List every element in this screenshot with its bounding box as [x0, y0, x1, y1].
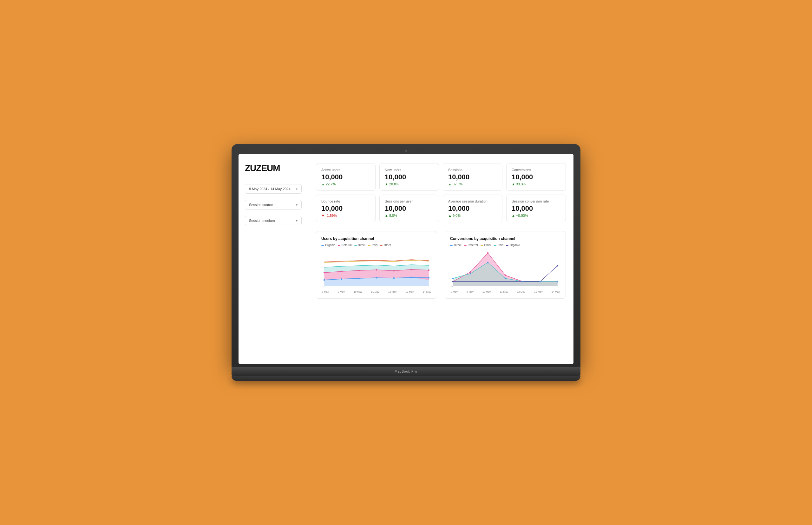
legend-label: Other — [384, 243, 391, 246]
date-range-arrow-icon: ▾ — [296, 187, 298, 191]
metric-value: 10,000 — [385, 205, 434, 213]
logo: ZUZEUM — [245, 163, 302, 173]
svg-point-4 — [393, 270, 395, 272]
sidebar: ZUZEUM 8 May 2024 - 14 May 2024 ▾ Sessio… — [238, 154, 308, 364]
svg-point-23 — [470, 273, 471, 274]
svg-point-2 — [358, 270, 360, 271]
laptop-brand-label: MacBook Pro — [394, 370, 417, 373]
svg-point-22 — [452, 278, 454, 279]
svg-point-28 — [557, 281, 559, 283]
x-axis-label: 8 May — [322, 290, 329, 293]
svg-point-18 — [505, 274, 506, 276]
metric-card: New users 10,000 ▲ 20.8% — [379, 163, 439, 191]
x-axis-label: 13 May — [405, 290, 413, 293]
svg-point-16 — [470, 271, 471, 273]
svg-point-27 — [540, 281, 541, 283]
users-chart-legend: Organic Referral Direct Paid Other — [321, 243, 432, 246]
metric-value: 10,000 — [321, 173, 370, 181]
svg-point-25 — [505, 278, 506, 279]
metric-change: ▲ 8.0% — [385, 214, 434, 217]
metric-title: Average session duration — [448, 199, 497, 203]
legend-label: Paid — [372, 243, 377, 246]
svg-point-13 — [428, 277, 430, 279]
metrics-grid: Active users 10,000 ▲ 22.7% New users 10… — [316, 163, 566, 222]
metric-value: 10,000 — [512, 173, 561, 181]
legend-item: Other — [481, 243, 491, 246]
svg-point-6 — [428, 269, 430, 271]
svg-point-5 — [411, 269, 412, 270]
session-medium-label: Session medium — [249, 219, 275, 223]
metric-card: Bounce rate 10,000 ▼ -1.59% — [316, 195, 376, 222]
metric-value: 10,000 — [448, 205, 497, 213]
metric-change: ▲ +0.00% — [512, 214, 561, 217]
legend-item: Other — [380, 243, 391, 246]
legend-label: Paid — [498, 243, 503, 246]
legend-label: Referral — [468, 243, 478, 246]
legend-item: Direct — [354, 243, 366, 246]
x-axis-label: 12 May — [388, 290, 396, 293]
svg-point-8 — [341, 279, 343, 280]
x-axis-label: 9 May — [338, 290, 345, 293]
metric-change: ▲ 32.5% — [448, 182, 497, 186]
metric-value: 10,000 — [321, 205, 370, 213]
legend-item: Direct — [450, 243, 462, 246]
x-axis-label: 10 May — [354, 290, 362, 293]
svg-point-24 — [487, 262, 489, 264]
metric-card: Average session duration 10,000 ▲ 9.0% — [443, 195, 502, 222]
dashboard: ZUZEUM 8 May 2024 - 14 May 2024 ▾ Sessio… — [238, 154, 574, 364]
laptop-bottom-bar: MacBook Pro — [232, 367, 580, 376]
session-source-filter[interactable]: Session source ▾ — [245, 200, 302, 210]
metric-value: 10,000 — [448, 173, 497, 181]
x-axis-label: 12 May — [517, 290, 525, 293]
svg-point-7 — [324, 279, 325, 281]
svg-point-29 — [452, 281, 454, 283]
legend-label: Organic — [510, 243, 520, 246]
metric-title: Bounce rate — [321, 199, 370, 203]
svg-point-9 — [358, 278, 360, 279]
metric-change: ▲ 33.3% — [512, 182, 561, 186]
svg-point-12 — [411, 277, 412, 279]
conversions-chart-title: Conversions by acquisition channel — [450, 237, 561, 241]
legend-item: Organic — [321, 243, 335, 246]
legend-item: Referral — [464, 243, 478, 246]
session-source-arrow-icon: ▾ — [296, 203, 298, 207]
svg-point-26 — [522, 281, 524, 283]
laptop-base — [232, 376, 580, 381]
metric-title: Sessions per user — [385, 199, 434, 203]
metric-change: ▲ 20.8% — [385, 182, 434, 186]
legend-label: Direct — [358, 243, 366, 246]
users-chart-title: Users by acquisition channel — [321, 237, 432, 241]
svg-text:0: 0 — [323, 285, 324, 288]
metric-card: Sessions 10,000 ▲ 32.5% — [443, 163, 502, 191]
x-axis-label: 10 May — [482, 290, 491, 293]
conversions-chart-legend: Direct Referral Other Paid Organic — [450, 243, 561, 246]
metric-title: Sessions — [448, 168, 497, 172]
legend-label: Organic — [325, 243, 335, 246]
metric-card: Conversions 10,000 ▲ 33.3% — [506, 163, 566, 191]
conversions-chart-x-axis: 8 May9 May10 May11 May12 May13 May14 May — [450, 290, 561, 293]
session-source-label: Session source — [249, 203, 273, 207]
metric-change: ▼ -1.59% — [321, 214, 370, 217]
users-chart-x-axis: 8 May9 May10 May11 May12 May13 May14 May — [321, 290, 432, 293]
metric-title: New users — [385, 168, 434, 172]
x-axis-label: 11 May — [500, 290, 508, 293]
date-range-filter[interactable]: 8 May 2024 - 14 May 2024 ▾ — [245, 184, 302, 194]
users-chart-svg: 0 — [321, 250, 432, 288]
x-axis-label: 13 May — [534, 290, 542, 293]
session-medium-filter[interactable]: Session medium ▾ — [245, 216, 302, 225]
session-medium-arrow-icon: ▾ — [296, 219, 298, 223]
screen: ZUZEUM 8 May 2024 - 14 May 2024 ▾ Sessio… — [238, 154, 574, 364]
legend-item: Organic — [506, 243, 520, 246]
svg-point-10 — [376, 277, 377, 279]
users-by-channel-chart: Users by acquisition channel Organic Ref… — [316, 231, 437, 299]
x-axis-label: 8 May — [451, 290, 458, 293]
conversions-chart-svg: 0 — [450, 250, 561, 288]
legend-label: Other — [484, 243, 491, 246]
metric-title: Active users — [321, 168, 370, 172]
conversions-by-channel-chart: Conversions by acquisition channel Direc… — [445, 231, 566, 299]
svg-point-1 — [341, 271, 343, 272]
metric-value: 10,000 — [512, 205, 561, 213]
legend-item: Paid — [494, 243, 503, 246]
charts-row: Users by acquisition channel Organic Ref… — [316, 231, 566, 299]
svg-point-17 — [487, 252, 489, 254]
